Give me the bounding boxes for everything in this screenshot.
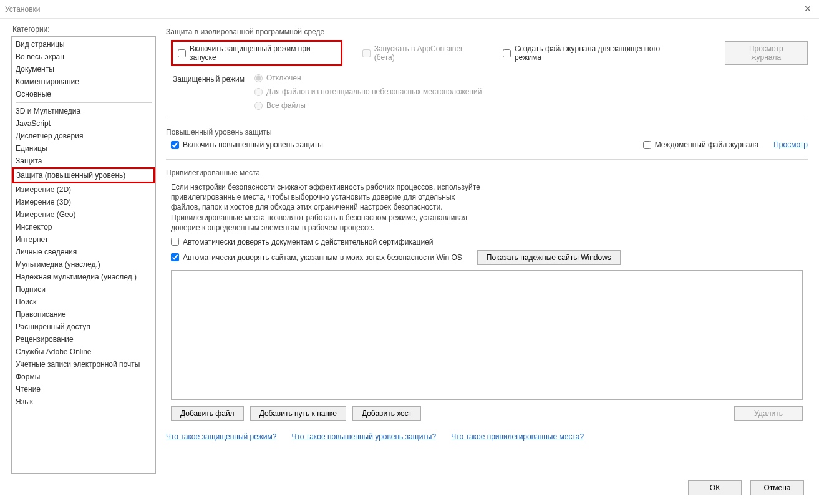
category-item[interactable]: Измерение (2D) <box>12 183 155 196</box>
category-item[interactable]: Защита (повышенный уровень) <box>12 167 155 183</box>
category-item[interactable]: Вид страницы <box>12 38 155 51</box>
checkbox-enable-enhanced[interactable]: Включить повышенный уровень защиты <box>171 140 323 149</box>
checkbox-trust-cert-label: Автоматически доверять документам с дейс… <box>183 238 434 246</box>
category-item[interactable]: Правописание <box>12 308 155 321</box>
view-crossdomain-link[interactable]: Просмотр <box>773 140 808 149</box>
delete-button: Удалить <box>734 406 803 421</box>
checkbox-trust-winos-label: Автоматически доверять сайтам, указанным… <box>183 253 462 262</box>
ok-button[interactable]: ОК <box>688 480 742 495</box>
checkbox-enable-enhanced-label: Включить повышенный уровень защиты <box>183 140 323 149</box>
priv-description: Если настройки безопасности снижают эффе… <box>171 182 483 233</box>
category-item[interactable]: 3D и Мультимедиа <box>12 105 155 117</box>
category-item[interactable]: Службы Adobe Online <box>12 346 155 358</box>
cancel-button[interactable]: Отмена <box>750 480 804 495</box>
category-item[interactable]: Измерение (Geo) <box>12 208 155 221</box>
checkbox-crossdomain-log-label: Междоменный файл журнала <box>655 140 758 149</box>
add-file-button[interactable]: Добавить файл <box>171 406 244 421</box>
radio-all-files: Все файлы <box>254 101 482 110</box>
category-item[interactable]: Интернет <box>12 233 155 246</box>
category-item[interactable]: Рецензирование <box>12 333 155 346</box>
close-icon[interactable]: ✕ <box>804 4 812 14</box>
checkbox-trust-cert[interactable]: Автоматически доверять документам с дейс… <box>171 238 434 246</box>
checkbox-appcontainer-label: Запускать в AppContainer (бета) <box>374 44 483 62</box>
category-item[interactable]: Надежная мультимедиа (унаслед.) <box>12 271 155 283</box>
category-item[interactable]: Инспектор <box>12 221 155 233</box>
section-priv-title: Привилегированные места <box>166 168 808 177</box>
show-trusted-sites-button[interactable]: Показать надежные сайты Windows <box>477 250 621 265</box>
view-log-button: Просмотр журнала <box>725 41 808 65</box>
category-item[interactable]: Расширенный доступ <box>12 321 155 333</box>
category-item[interactable]: Поиск <box>12 296 155 308</box>
category-item[interactable]: Защита <box>12 155 155 167</box>
radio-off: Отключен <box>254 74 482 82</box>
checkbox-enable-protected[interactable]: Включить защищенный режим при запуске <box>178 44 336 62</box>
category-item[interactable]: Документы <box>12 63 155 75</box>
category-item[interactable]: Единицы <box>12 142 155 155</box>
section-enhanced-title: Повышенный уровень защиты <box>166 128 808 137</box>
category-item[interactable]: Учетные записи электронной почты <box>12 358 155 371</box>
category-separator <box>16 102 152 103</box>
checkbox-appcontainer: Запускать в AppContainer (бета) <box>362 44 483 62</box>
help-priv-link[interactable]: Что такое привилегированные места? <box>451 432 584 441</box>
protected-mode-label: Защищенный режим <box>171 74 245 84</box>
add-folder-button[interactable]: Добавить путь к папке <box>250 406 346 421</box>
checkbox-create-log[interactable]: Создать файл журнала для защищенного реж… <box>503 44 685 62</box>
checkbox-trust-winos[interactable]: Автоматически доверять сайтам, указанным… <box>171 253 462 262</box>
category-list[interactable]: Вид страницыВо весь экранДокументыКоммен… <box>11 36 156 474</box>
window-title: Установки <box>5 5 40 14</box>
checkbox-create-log-label: Создать файл журнала для защищенного реж… <box>515 44 685 62</box>
category-item[interactable]: Комментирование <box>12 75 155 88</box>
window-titlebar: Установки ✕ <box>0 0 819 19</box>
add-host-button[interactable]: Добавить хост <box>352 406 421 421</box>
checkbox-enable-protected-label: Включить защищенный режим при запуске <box>190 44 336 62</box>
category-item[interactable]: JavaScript <box>12 117 155 130</box>
checkbox-crossdomain-log[interactable]: Междоменный файл журнала <box>643 140 758 149</box>
category-item[interactable]: Во весь экран <box>12 51 155 63</box>
category-item[interactable]: Мультимедиа (унаслед.) <box>12 258 155 271</box>
category-item[interactable]: Язык <box>12 395 155 408</box>
category-item[interactable]: Чтение <box>12 383 155 395</box>
category-item[interactable]: Диспетчер доверия <box>12 130 155 142</box>
category-item[interactable]: Личные сведения <box>12 246 155 258</box>
section-sandbox-title: Защита в изолированной программной среде <box>166 27 808 36</box>
priv-locations-listbox[interactable] <box>171 270 803 400</box>
category-item[interactable]: Измерение (3D) <box>12 196 155 208</box>
category-item[interactable]: Формы <box>12 371 155 383</box>
radio-unsafe-locations: Для файлов из потенциально небезопасных … <box>254 87 482 96</box>
category-item[interactable]: Подписи <box>12 283 155 296</box>
help-enhanced-link[interactable]: Что такое повышенный уровень защиты? <box>291 432 436 441</box>
help-protected-link[interactable]: Что такое защищенный режим? <box>166 432 276 441</box>
category-item[interactable]: Основные <box>12 88 155 100</box>
categories-heading: Категории: <box>11 25 156 34</box>
